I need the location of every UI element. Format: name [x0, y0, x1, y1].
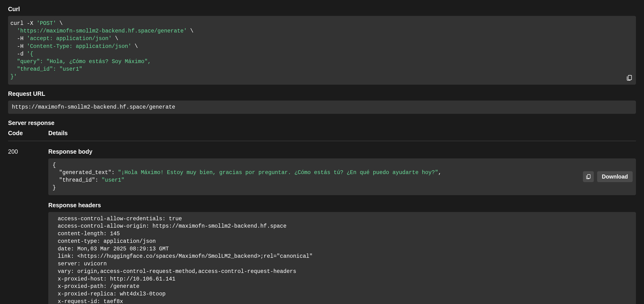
response-table-body: 200 Response body { "generated_text": "¡… — [8, 141, 636, 304]
header-line: content-type: application/json — [54, 238, 159, 244]
copy-response-button[interactable] — [583, 171, 594, 182]
header-line: content-length: 145 — [54, 231, 123, 237]
header-line: x-proxied-path: /generate — [54, 283, 143, 289]
header-line: date: Mon,03 Mar 2025 08:29:13 GMT — [54, 246, 172, 252]
download-button[interactable]: Download — [597, 171, 633, 182]
code-header: Code — [8, 130, 48, 136]
header-line: access-control-allow-credentials: true — [54, 216, 185, 222]
clipboard-icon — [586, 174, 591, 180]
response-body-label: Response body — [48, 148, 636, 155]
response-headers-label: Response headers — [48, 202, 636, 209]
response-table-head: Code Details — [8, 130, 636, 141]
svg-rect-0 — [628, 75, 632, 80]
header-line: vary: origin,access-control-request-meth… — [54, 268, 300, 275]
curl-label: Curl — [8, 6, 636, 13]
response-headers-block: access-control-allow-credentials: true a… — [48, 212, 636, 304]
header-line: server: uvicorn — [54, 261, 110, 267]
details-column: Response body { "generated_text": "¡Hola… — [48, 148, 636, 304]
request-url-value: https://maximofn-smollm2-backend.hf.spac… — [12, 104, 175, 110]
status-code: 200 — [8, 148, 48, 304]
header-line: x-proxied-host: http://10.106.61.141 — [54, 276, 179, 282]
response-body-text: { "generated_text": "¡Hola Máximo! Estoy… — [52, 162, 442, 191]
copy-curl-button[interactable] — [626, 74, 633, 82]
header-line: access-control-allow-origin: https://max… — [54, 223, 290, 229]
request-url-label: Request URL — [8, 90, 636, 97]
svg-rect-1 — [588, 175, 590, 178]
details-header: Details — [48, 130, 68, 136]
server-response-label: Server response — [8, 119, 636, 126]
curl-text: curl -X 'POST' \ 'https://maximofn-smoll… — [10, 20, 194, 80]
header-line: x-proxied-replica: wht4dxl3-0toop — [54, 291, 169, 297]
clipboard-icon — [626, 74, 633, 82]
header-line: link: <https://huggingface.co/spaces/Max… — [54, 253, 316, 259]
request-url-block: https://maximofn-smollm2-backend.hf.spac… — [8, 101, 636, 114]
response-body-block: { "generated_text": "¡Hola Máximo! Estoy… — [48, 159, 636, 195]
curl-code-block: curl -X 'POST' \ 'https://maximofn-smoll… — [8, 16, 636, 85]
response-body-actions: Download — [583, 171, 633, 182]
header-line: x-request-id: taef8x — [54, 298, 126, 304]
